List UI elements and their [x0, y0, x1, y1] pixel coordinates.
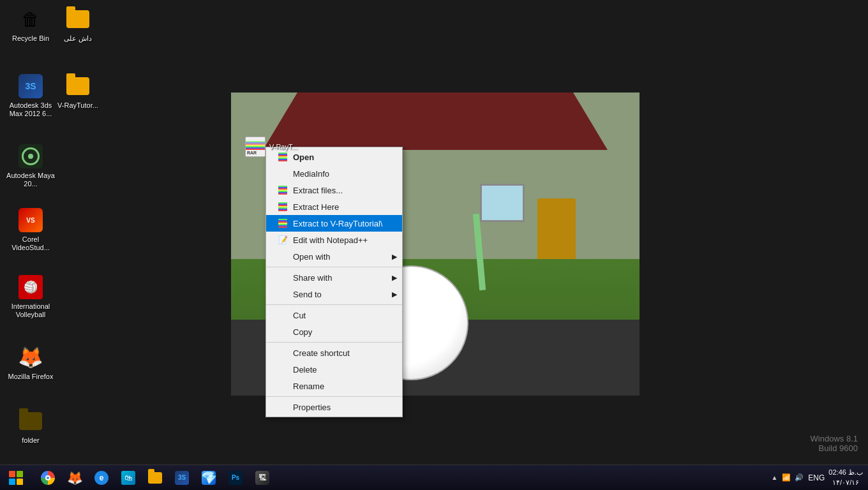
winrar-icon-extract-files: [276, 185, 289, 195]
taskbar-unknown1[interactable]: 💎: [196, 466, 221, 490]
separator-3: [266, 342, 402, 343]
ctx-cut[interactable]: Cut: [266, 307, 402, 323]
desktop-icon-volleyball[interactable]: 🏐 International Volleyball: [5, 274, 56, 319]
rename-icon: [276, 381, 289, 391]
desktop-icon-arabic-folder[interactable]: داش علی: [52, 6, 103, 43]
taskbar-autodesk[interactable]: 3S: [169, 466, 195, 490]
autodesk-3ds-label: Autodesk 3ds Max 2012 6...: [5, 101, 56, 118]
taskbar-ie[interactable]: e: [89, 466, 114, 490]
tray-volume-icon: 🔊: [794, 473, 804, 483]
volleyball-label: International Volleyball: [5, 302, 56, 319]
separator-1: [266, 267, 402, 267]
taskbar-firefox[interactable]: 🦊: [62, 466, 87, 490]
share-with-arrow: ▶: [392, 274, 397, 282]
unknown1-taskbar-icon: 💎: [202, 471, 216, 485]
ctx-edit-notepad[interactable]: 📝 Edit with Notepad++: [266, 232, 402, 248]
maya-icon: [18, 144, 43, 169]
taskbar-explorer[interactable]: [142, 466, 168, 490]
system-clock[interactable]: 02:46 ب.ظ ۱۴/۰۷/۱۶: [828, 468, 863, 487]
ctx-open-with[interactable]: Open with ▶: [266, 248, 402, 265]
taskbar-tray: ▲ 📶 🔊 ENG 02:46 ب.ظ ۱۴/۰۷/۱۶: [771, 468, 863, 487]
shortcut-icon: [276, 348, 289, 358]
vray-folder-icon: [65, 73, 91, 99]
ctx-extract-here[interactable]: Extract Here: [266, 198, 402, 215]
chrome-icon: [41, 471, 55, 485]
language-indicator[interactable]: ENG: [808, 473, 825, 482]
3d-taskbar-icon: 🏗: [255, 471, 269, 485]
desktop-icon-maya[interactable]: Autodesk Maya 20...: [5, 144, 56, 188]
tray-network-icon: 📶: [781, 473, 791, 483]
winrar-icon-extract-to: [276, 218, 289, 228]
taskbar-chrome[interactable]: [35, 466, 61, 490]
desktop-icon-firefox[interactable]: 🦊 Mozilla Firefox: [5, 345, 56, 381]
ctx-mediainfo[interactable]: MediaInfo: [266, 165, 402, 182]
vray-folder-label: V-RayTutor...: [57, 101, 98, 110]
arabic-folder-label: داش علی: [64, 34, 92, 43]
desktop-icon-corel[interactable]: VS Corel VideoStud...: [5, 207, 56, 252]
recycle-bin-icon: 🗑: [18, 6, 43, 32]
desktop-icon-folder[interactable]: folder: [5, 408, 56, 445]
store-icon: 🛍: [121, 471, 135, 485]
open-with-arrow: ▶: [392, 253, 397, 261]
cut-icon: [276, 310, 289, 320]
send-to-arrow: ▶: [392, 290, 397, 299]
desktop-icon-autodesk-3ds[interactable]: 3S Autodesk 3ds Max 2012 6...: [5, 73, 56, 118]
send-to-icon: [276, 289, 289, 299]
folder-dark-label: folder: [22, 436, 40, 445]
desktop: 🗑 Recycle Bin داش علی 3S Autodesk 3ds Ma…: [0, 0, 868, 464]
taskbar-3d-app[interactable]: 🏗: [250, 466, 275, 490]
start-button[interactable]: [0, 465, 32, 491]
autodesk-taskbar-icon: 3S: [175, 471, 189, 485]
ctx-share-with[interactable]: Share with ▶: [266, 269, 402, 286]
notepad-icon: 📝: [276, 235, 289, 245]
arabic-folder-icon: [65, 6, 91, 32]
windows-version-text: Windows 8.1: [811, 434, 858, 443]
firefox-icon: 🦊: [18, 345, 43, 370]
taskbar-store[interactable]: 🛍: [116, 466, 141, 490]
ctx-create-shortcut[interactable]: Create shortcut: [266, 345, 402, 361]
desktop-icon-recycle-bin[interactable]: 🗑 Recycle Bin: [5, 6, 56, 43]
mediainfo-icon: [276, 168, 289, 179]
ctx-send-to[interactable]: Send to ▶: [266, 286, 402, 302]
copy-icon: [276, 327, 289, 337]
clock-date: ۱۴/۰۷/۱۶: [828, 478, 863, 487]
maya-label: Autodesk Maya 20...: [5, 172, 56, 188]
ctx-copy[interactable]: Copy: [266, 323, 402, 340]
file-label: V-RayT...: [269, 143, 298, 151]
folder-dark-icon: [18, 408, 43, 434]
separator-4: [266, 396, 402, 397]
corel-icon: VS: [18, 207, 43, 233]
photoshop-taskbar-icon: Ps: [228, 471, 243, 485]
share-with-icon: [276, 272, 289, 283]
firefox-taskbar-icon: 🦊: [67, 470, 83, 486]
separator-2: [266, 304, 402, 305]
ctx-properties[interactable]: Properties: [266, 399, 402, 415]
scene-window: [480, 184, 525, 222]
ctx-delete[interactable]: Delete: [266, 361, 402, 378]
ctx-extract-files[interactable]: Extract files...: [266, 182, 402, 198]
windows-build-text: Build 9600: [811, 443, 858, 453]
clock-time: 02:46 ب.ظ: [828, 468, 863, 477]
properties-icon: [276, 402, 289, 412]
ie-icon: e: [94, 471, 108, 485]
explorer-icon: [148, 472, 162, 484]
file-icon-area: RAR V-RayT...: [244, 135, 298, 158]
ctx-extract-to[interactable]: Extract to V-RayTutorial\: [266, 215, 402, 232]
taskbar-photoshop[interactable]: Ps: [223, 466, 248, 490]
tray-icons: 📶 🔊: [781, 473, 804, 483]
firefox-label: Mozilla Firefox: [8, 373, 54, 381]
context-menu: Open MediaInfo Extract files... Extract …: [266, 147, 403, 417]
rar-file-icon: RAR: [244, 135, 267, 158]
winrar-icon-extract-here: [276, 202, 289, 212]
scene-roof: [263, 93, 608, 150]
desktop-icon-vray[interactable]: V-RayTutor...: [52, 73, 103, 110]
open-with-icon: [276, 251, 289, 262]
taskbar: 🦊 e 🛍 3S 💎 Ps 🏗: [0, 464, 868, 490]
windows-version-watermark: Windows 8.1 Build 9600: [811, 434, 858, 453]
volleyball-icon: 🏐: [18, 274, 43, 300]
recycle-bin-label: Recycle Bin: [12, 34, 49, 43]
taskbar-apps: 🦊 e 🛍 3S 💎 Ps 🏗: [34, 465, 771, 490]
tray-expand-button[interactable]: ▲: [771, 474, 777, 481]
delete-icon: [276, 364, 289, 375]
ctx-rename[interactable]: Rename: [266, 378, 402, 394]
